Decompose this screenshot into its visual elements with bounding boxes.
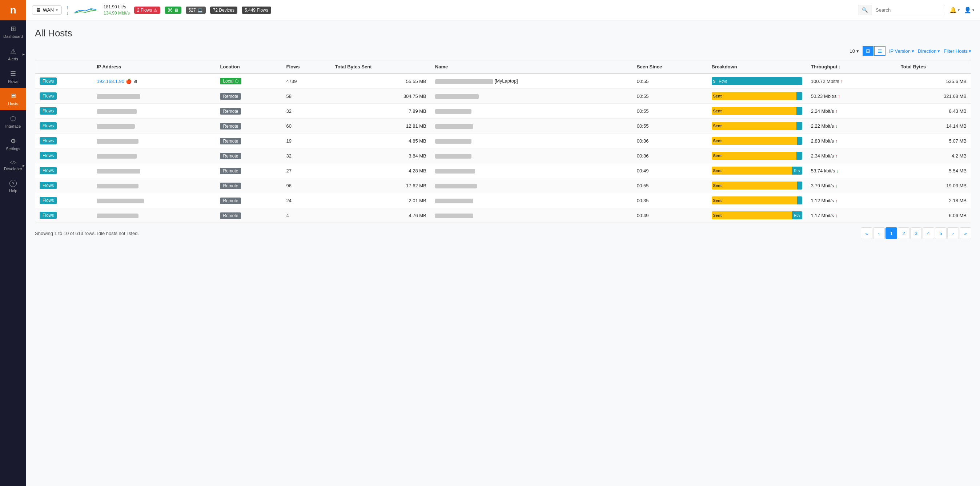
cell-breakdown: Sent Rcv [707,208,807,223]
cell-name [431,119,633,134]
cell-breakdown: Sent Rcv [707,163,807,178]
col-breakdown: Breakdown [707,61,807,73]
sidebar-label-developer: Developer [4,167,22,171]
badge-flows-alert[interactable]: 2 Flows ⚠ [134,6,160,14]
page-4-button[interactable]: 4 [923,227,934,239]
filter-hosts-label: Filter Hosts [943,48,968,54]
cell-total-bytes: 19.03 MB [896,178,971,193]
page-prev-button[interactable]: ‹ [873,227,885,239]
location-badge: Remote [220,123,241,129]
table-row: Flows Remote 19 4.85 MB 00:36 Sent [35,134,971,148]
bar-sent: S [712,77,718,85]
badge-527[interactable]: 527 💻 [186,6,206,14]
name-blurred [435,124,473,129]
cell-location: Remote [216,134,282,148]
cell-breakdown: Sent [707,134,807,148]
name-blurred [435,169,475,174]
throughput-direction-icon: ↑ [840,78,843,84]
flows-button[interactable]: Flows [40,122,57,129]
flows-button[interactable]: Flows [40,137,57,144]
breakdown-bar: Sent Rcv [712,211,802,219]
table-row: Flows Remote 4 4.76 MB 00:49 Sent Rcv [35,208,971,223]
table-footer: Showing 1 to 10 of 613 rows. Idle hosts … [35,223,971,241]
list-view-button[interactable]: ☰ [874,46,886,56]
cell-seen-since: 00:35 [633,193,707,208]
cell-breakdown: Sent [707,148,807,163]
location-badge: Remote [220,138,241,144]
page-5-button[interactable]: 5 [935,227,947,239]
cell-action: Flows [35,163,92,178]
flows-button[interactable]: Flows [40,107,57,115]
sidebar-item-alerts[interactable]: ⚠ Alerts ▶ [0,43,26,65]
page-3-button[interactable]: 3 [910,227,922,239]
sidebar-item-developer[interactable]: </> Developer ▶ [0,155,26,175]
flows-button[interactable]: Flows [40,78,57,85]
cell-total-bytes: 5.07 MB [896,134,971,148]
wan-selector[interactable]: 🖥 WAN ▾ [32,5,62,14]
sidebar-item-dashboard[interactable]: ⊞ Dashboard [0,21,26,43]
sidebar-item-help[interactable]: ? Help [0,175,26,197]
throughput-direction-icon: ↑ [835,198,838,203]
page-first-button[interactable]: « [861,227,872,239]
hosts-table: IP Address Location Flows Total Bytes Se… [35,61,971,223]
network-icon: ⬡ [235,78,239,84]
ip-version-dropdown-icon: ▾ [912,48,914,54]
cell-seen-since: 00:36 [633,134,707,148]
name-blurred [435,199,473,203]
badge-flows-count[interactable]: 5,449 Flows [242,6,271,14]
flows-button[interactable]: Flows [40,167,57,174]
flows-button[interactable]: Flows [40,182,57,189]
grid-view-button[interactable]: ⊞ [862,46,873,56]
cell-location: Local ⬡ [216,73,282,89]
page-last-button[interactable]: » [959,227,971,239]
cell-throughput: 53.74 kbit/s ↓ [807,163,896,178]
ip-blurred [97,184,138,188]
sidebar-item-settings[interactable]: ⚙ Settings [0,133,26,155]
cell-bytes-sent: 55.55 MB [331,73,431,89]
sidebar-label-interface: Interface [5,124,21,128]
filter-hosts-button[interactable]: Filter Hosts ▾ [943,48,971,54]
cell-breakdown: Sent [707,104,807,119]
throughput-direction-icon: ↑ [835,108,838,114]
sidebar: n ⊞ Dashboard ⚠ Alerts ▶ ☰ Flows 🖥 Hosts… [0,0,26,486]
throughput-direction-icon: ↑ [835,213,838,218]
traffic-sparkline [75,6,96,14]
page-next-button[interactable]: › [947,227,959,239]
search-input[interactable] [872,5,945,15]
badge-devices[interactable]: 72 Devices [210,6,237,14]
search-button[interactable]: 🔍 [858,5,872,15]
table-row: Flows 192.168.1.90 🍎 🖥 Local ⬡ 4739 [35,73,971,89]
flows-button[interactable]: Flows [40,152,57,159]
cell-action: Flows [35,208,92,223]
page-2-button[interactable]: 2 [898,227,910,239]
flows-button[interactable]: Flows [40,197,57,204]
col-throughput[interactable]: Throughput↓ [807,61,896,73]
laptop-icon: 💻 [197,8,203,13]
table-row: Flows Remote 27 4.28 MB 00:49 Sent Rcv [35,163,971,178]
throughput-sort-icon: ↓ [838,64,841,70]
flows-button[interactable]: Flows [40,92,57,100]
flows-button[interactable]: Flows [40,212,57,219]
ip-version-button[interactable]: IP Version ▾ [889,48,914,54]
badge-86[interactable]: 86 🖥 [165,6,181,14]
page-1-button[interactable]: 1 [886,227,897,239]
table-row: Flows Remote 24 2.01 MB 00:35 Sent [35,193,971,208]
cell-location: Remote [216,119,282,134]
app-logo[interactable]: n [0,0,26,21]
traffic-arrows: ↑ ↓ [66,4,69,16]
per-page-selector[interactable]: 10 ▾ [850,48,859,54]
bar-rcvd [797,196,802,204]
sidebar-item-flows[interactable]: ☰ Flows [0,65,26,88]
sidebar-item-interface[interactable]: ⬡ Interface [0,110,26,133]
ip-address-link[interactable]: 192.168.1.90 [97,78,124,84]
direction-button[interactable]: Direction ▾ [918,48,940,54]
user-button[interactable]: 👤 ▾ [964,6,974,13]
sidebar-item-hosts[interactable]: 🖥 Hosts [0,88,26,110]
cell-name: [MyLaptop] [431,73,633,89]
cell-name [431,148,633,163]
name-blurred [435,79,493,84]
sidebar-label-settings: Settings [6,147,21,151]
throughput-direction-icon: ↓ [835,183,838,188]
notifications-button[interactable]: 🔔 ▾ [950,6,959,13]
name-blurred [435,214,473,218]
